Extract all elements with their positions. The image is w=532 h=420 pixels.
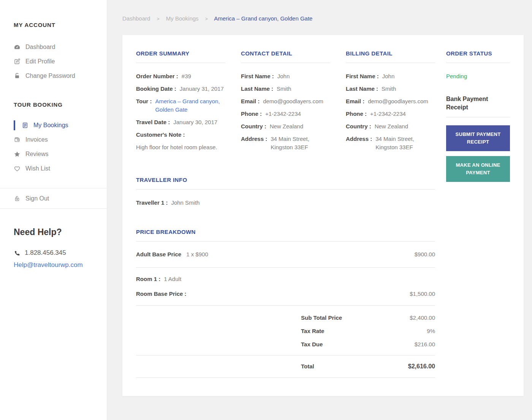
tour-booking-heading: TOUR BOOKING bbox=[14, 101, 99, 108]
sidebar-item-label: Reviews bbox=[25, 151, 48, 158]
breadcrumb: Dashboard > My Bookings > America – Gran… bbox=[122, 15, 524, 22]
sidebar-item-label: Wish List bbox=[25, 165, 50, 172]
email-row: Email : demo@goodlayers.com bbox=[346, 97, 435, 106]
country-row: Country : New Zealand bbox=[346, 122, 435, 131]
phone-icon bbox=[14, 250, 20, 256]
submit-payment-receipt-button[interactable]: SUBMIT PAYMENT RECEIPT bbox=[446, 125, 510, 151]
price-breakdown-section: PRICE BREAKDOWN Adult Base Price 1 x $90… bbox=[136, 228, 435, 378]
breadcrumb-separator: > bbox=[157, 16, 160, 22]
section-divider bbox=[446, 117, 510, 117]
room-price-block: Room 1 : 1 Adult Room Base Price : $1,50… bbox=[136, 268, 435, 306]
tour-booking-nav: My Bookings Invoices Reviews bbox=[14, 118, 99, 176]
main-content: Dashboard > My Bookings > America – Gran… bbox=[107, 0, 532, 420]
need-help-heading: Need Help? bbox=[14, 227, 99, 237]
breadcrumb-my-bookings[interactable]: My Bookings bbox=[166, 15, 199, 22]
contact-detail-section: CONTACT DETAIL First Name : John Last Na… bbox=[241, 49, 330, 156]
first-name-row: First Name : John bbox=[346, 72, 435, 81]
country-row: Country : New Zealand bbox=[241, 122, 330, 131]
total-row: Total $2,616.00 bbox=[136, 355, 435, 378]
help-phone-number: 1.828.456.345 bbox=[25, 249, 66, 257]
dashboard-icon bbox=[14, 44, 21, 51]
section-divider bbox=[346, 63, 435, 63]
unlock-icon bbox=[14, 195, 21, 202]
address-row: Address : 34 Main Street, Kingston 33EF bbox=[346, 135, 435, 152]
section-divider bbox=[446, 63, 510, 63]
wallet-icon bbox=[14, 136, 21, 143]
breadcrumb-separator: > bbox=[205, 16, 208, 22]
last-name-row: Last Name : Smith bbox=[346, 85, 435, 93]
sidebar-item-my-bookings[interactable]: My Bookings bbox=[14, 118, 99, 133]
sidebar-item-label: Change Password bbox=[25, 73, 75, 79]
billing-detail-heading: BILLING DETAIL bbox=[346, 49, 435, 57]
heart-icon bbox=[14, 165, 21, 172]
sidebar-item-reviews[interactable]: Reviews bbox=[14, 147, 99, 161]
booking-date-row: Booking Date : January 31, 2017 bbox=[136, 85, 225, 93]
sidebar-item-label: Invoices bbox=[25, 136, 48, 143]
tour-row: Tour : America – Grand canyon, Golden Ga… bbox=[136, 97, 225, 114]
traveller-info-section: TRAVELLER INFO Traveller 1 : John Smith bbox=[136, 176, 435, 207]
sidebar: MY ACCOUNT Dashboard Edit Profile bbox=[0, 0, 107, 420]
sidebar-item-edit-profile[interactable]: Edit Profile bbox=[14, 54, 99, 69]
page: MY ACCOUNT Dashboard Edit Profile bbox=[0, 0, 532, 420]
contact-detail-heading: CONTACT DETAIL bbox=[241, 49, 330, 57]
adult-base-price-row: Adult Base Price 1 x $900 $900.00 bbox=[136, 242, 435, 268]
sidebar-item-sign-out[interactable]: Sign Out bbox=[0, 188, 107, 208]
status-badge: Pending bbox=[446, 72, 510, 81]
order-summary-heading: ORDER SUMMARY bbox=[136, 49, 225, 57]
customer-note-row: Customer's Note : bbox=[136, 131, 225, 139]
tax-rate-row: Tax Rate 9% bbox=[136, 327, 435, 335]
active-indicator bbox=[14, 120, 15, 130]
travel-date-row: Travel Date : January 30, 2017 bbox=[136, 118, 225, 126]
email-row: Email : demo@goodlayers.com bbox=[241, 97, 330, 106]
lock-icon bbox=[14, 73, 21, 79]
section-divider bbox=[136, 189, 435, 189]
room-base-price-row: Room Base Price : $1,500.00 bbox=[136, 290, 435, 298]
help-email-link[interactable]: Help@traveltourwp.com bbox=[14, 261, 83, 269]
sidebar-item-label: Edit Profile bbox=[25, 58, 55, 65]
traveller-info-heading: TRAVELLER INFO bbox=[136, 176, 435, 183]
sub-total-row: Sub Total Price $2,400.00 bbox=[136, 314, 435, 322]
star-icon bbox=[14, 151, 21, 158]
address-row: Address : 34 Main Street, Kingston 33EF bbox=[241, 135, 330, 152]
sidebar-item-change-password[interactable]: Change Password bbox=[14, 69, 99, 83]
phone-row: Phone : +1-2342-2234 bbox=[346, 110, 435, 118]
sidebar-item-label: Sign Out bbox=[25, 195, 49, 202]
sidebar-item-wish-list[interactable]: Wish List bbox=[14, 161, 99, 176]
my-account-heading: MY ACCOUNT bbox=[14, 0, 99, 28]
billing-detail-section: BILLING DETAIL First Name : John Last Na… bbox=[346, 49, 435, 156]
first-name-row: First Name : John bbox=[241, 72, 330, 81]
phone-row: Phone : +1-2342-2234 bbox=[241, 110, 330, 118]
section-divider bbox=[136, 63, 225, 63]
breadcrumb-dashboard[interactable]: Dashboard bbox=[122, 15, 150, 22]
help-phone: 1.828.456.345 bbox=[14, 249, 99, 257]
section-divider bbox=[241, 63, 330, 63]
room-occupancy-row: Room 1 : 1 Adult bbox=[136, 275, 435, 283]
customer-note-text: High floor for hotel room please. bbox=[136, 143, 225, 152]
order-status-column: ORDER STATUS Pending Bank Payment Receip… bbox=[446, 49, 510, 378]
order-status-heading: ORDER STATUS bbox=[446, 49, 510, 57]
order-number-row: Order Number : #39 bbox=[136, 72, 225, 81]
breadcrumb-current: America – Grand canyon, Golden Gate bbox=[214, 15, 312, 22]
totals-block: Sub Total Price $2,400.00 Tax Rate 9% Ta… bbox=[136, 306, 435, 355]
need-help-panel: Need Help? 1.828.456.345 Help@traveltour… bbox=[0, 209, 107, 269]
traveller-row: Traveller 1 : John Smith bbox=[136, 199, 435, 207]
booking-detail-card: ORDER SUMMARY Order Number : #39 Booking… bbox=[122, 35, 524, 396]
sidebar-item-invoices[interactable]: Invoices bbox=[14, 133, 99, 147]
edit-icon bbox=[14, 58, 21, 65]
last-name-row: Last Name : Smith bbox=[241, 85, 330, 93]
sidebar-item-label: Dashboard bbox=[25, 44, 55, 51]
sidebar-item-label: My Bookings bbox=[33, 122, 68, 129]
sidebar-item-dashboard[interactable]: Dashboard bbox=[14, 40, 99, 54]
document-icon bbox=[22, 122, 28, 129]
my-account-nav: Dashboard Edit Profile Change Password bbox=[14, 40, 99, 83]
tax-due-row: Tax Due $216.00 bbox=[136, 340, 435, 349]
make-online-payment-button[interactable]: MAKE AN ONLINE PAYMENT bbox=[446, 156, 510, 182]
price-breakdown-heading: PRICE BREAKDOWN bbox=[136, 228, 435, 235]
order-summary-section: ORDER SUMMARY Order Number : #39 Booking… bbox=[136, 49, 225, 156]
bank-payment-receipt-label: Bank Payment Receipt bbox=[446, 95, 510, 112]
tour-link[interactable]: America – Grand canyon, Golden Gate bbox=[155, 97, 225, 114]
